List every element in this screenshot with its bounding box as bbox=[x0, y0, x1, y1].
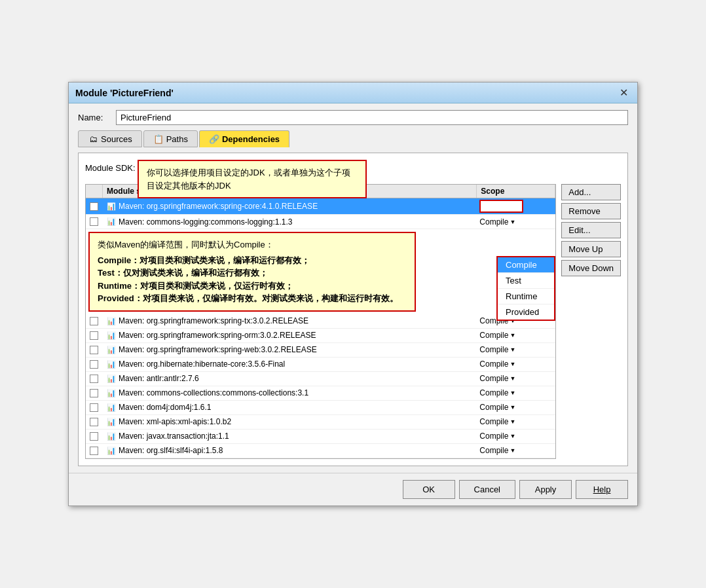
scope-value: Compile bbox=[479, 217, 508, 227]
checkbox-icon[interactable] bbox=[90, 403, 98, 412]
row-name: 📊Maven: org.slf4i:slf4i-api:1.5.8 bbox=[103, 445, 477, 456]
dep-name: Maven: org.springframework:spring-core:4… bbox=[119, 202, 318, 211]
checkbox-icon[interactable] bbox=[90, 217, 98, 226]
dep-name: Maven: xml-apis:xml-apis:1.0.b2 bbox=[119, 417, 231, 426]
checkbox-icon[interactable] bbox=[90, 418, 98, 426]
checkbox-icon[interactable] bbox=[90, 432, 98, 441]
scope-arrow-icon: ▼ bbox=[510, 404, 515, 411]
row-checkbox[interactable] bbox=[86, 201, 103, 212]
scope-cell: Compile▼ bbox=[477, 445, 555, 456]
scope-arrow-icon: ▼ bbox=[510, 447, 515, 454]
scope-tooltip-compile: Compile：对项目类和测试类来说，编译和运行都有效； bbox=[98, 254, 407, 267]
name-input[interactable] bbox=[116, 110, 628, 125]
dep-name: Maven: javax.transaction:jta:1.1 bbox=[119, 432, 229, 441]
table-row[interactable]: 📊Maven: org.slf4i:slf4i-api:1.5.8 Compil… bbox=[86, 444, 555, 458]
row-checkbox[interactable] bbox=[86, 316, 103, 327]
scope-arrow-icon: ▼ bbox=[510, 375, 515, 382]
row-checkbox[interactable] bbox=[86, 359, 103, 370]
row-name: 📊Maven: org.hibernate:hibernate-core:3.5… bbox=[103, 358, 477, 370]
apply-button[interactable]: Apply bbox=[519, 480, 572, 499]
jdk-tooltip: 你可以选择使用项目设定的JDK，或者单独为这个子项目设定其他版本的JDK bbox=[138, 160, 367, 198]
dep-name: Maven: commons-collections:commons-colle… bbox=[119, 388, 308, 397]
dep-name: Maven: org.springframework:spring-orm:3.… bbox=[119, 331, 316, 340]
scope-arrow-icon: ▼ bbox=[510, 433, 515, 439]
table-row[interactable]: 📊Maven: org.springframework:spring-orm:3… bbox=[86, 329, 555, 343]
dep-icon: 📊 bbox=[107, 389, 116, 397]
scope-cell: Compile▼ bbox=[477, 358, 555, 370]
table-row[interactable]: 📊Maven: org.springframework:spring-web:3… bbox=[86, 343, 555, 358]
edit-button[interactable]: Edit... bbox=[561, 222, 621, 238]
tab-sources-label: Sources bbox=[101, 134, 132, 144]
table-row[interactable]: 📊 Maven: org.springframework:spring-core… bbox=[86, 198, 555, 215]
close-button[interactable]: ✕ bbox=[617, 86, 631, 99]
help-button[interactable]: Help bbox=[576, 480, 628, 499]
tabs-row: 🗂 Sources 📋 Paths 🔗 Dependencies bbox=[78, 130, 628, 147]
table-row[interactable]: 📊Maven: javax.transaction:jta:1.1 Compil… bbox=[86, 430, 555, 444]
row-checkbox[interactable] bbox=[86, 445, 103, 456]
dep-name: Maven: dom4j:dom4j:1.6.1 bbox=[119, 403, 211, 412]
tab-paths-label: Paths bbox=[166, 134, 188, 144]
title-bar: Module 'PictureFriend' ✕ bbox=[69, 83, 637, 103]
scope-option-provided[interactable]: Provided bbox=[498, 304, 554, 320]
row-name: 📊Maven: xml-apis:xml-apis:1.0.b2 bbox=[103, 416, 477, 428]
dep-name: Maven: org.slf4i:slf4i-api:1.5.8 bbox=[119, 446, 223, 455]
tab-dependencies-label: Dependencies bbox=[222, 134, 280, 144]
checkbox-icon[interactable] bbox=[90, 331, 98, 340]
scope-option-runtime[interactable]: Runtime bbox=[498, 289, 554, 304]
dep-name: Maven: org.hibernate:hibernate-core:3.5.… bbox=[119, 359, 285, 369]
dep-name: Maven: antlr:antlr:2.7.6 bbox=[119, 374, 199, 383]
scope-option-compile[interactable]: Compile bbox=[498, 257, 554, 273]
row-name: 📊Maven: javax.transaction:jta:1.1 bbox=[103, 430, 477, 442]
table-row[interactable]: 📊 Maven: commons-logging:commons-logging… bbox=[86, 215, 555, 229]
content-area: Module SDK: 🖥 Project SDK (1.6) ▼ New Ed… bbox=[78, 153, 628, 466]
dep-icon: 📊 bbox=[107, 447, 116, 455]
name-label: Name: bbox=[78, 113, 111, 122]
sources-tab-icon: 🗂 bbox=[88, 134, 98, 144]
checkbox-icon[interactable] bbox=[90, 202, 98, 211]
dep-icon: 📊 bbox=[107, 317, 116, 325]
row-checkbox[interactable] bbox=[86, 344, 103, 356]
add-button[interactable]: Add... bbox=[561, 184, 621, 200]
header-scope: Scope bbox=[477, 185, 555, 198]
checkbox-icon[interactable] bbox=[90, 346, 98, 354]
row-checkbox[interactable] bbox=[86, 216, 103, 227]
table-row[interactable]: 📊Maven: commons-collections:commons-coll… bbox=[86, 386, 555, 401]
move-up-button[interactable]: Move Up bbox=[561, 241, 621, 257]
scope-value: Compile bbox=[483, 202, 512, 211]
cancel-button[interactable]: Cancel bbox=[459, 480, 515, 499]
help-label: Help bbox=[593, 485, 611, 494]
dep-icon: 📊 bbox=[107, 360, 116, 369]
scope-option-test[interactable]: Test bbox=[498, 273, 554, 289]
tab-sources[interactable]: 🗂 Sources bbox=[78, 130, 142, 147]
row-checkbox[interactable] bbox=[86, 373, 103, 384]
row-checkbox[interactable] bbox=[86, 402, 103, 413]
ok-button[interactable]: OK bbox=[403, 480, 455, 499]
scope-cell: Compile▼ bbox=[477, 373, 555, 384]
scope-arrow-icon: ▼ bbox=[510, 361, 515, 367]
table-row[interactable]: 📊Maven: org.hibernate:hibernate-core:3.5… bbox=[86, 358, 555, 372]
row-checkbox[interactable] bbox=[86, 431, 103, 442]
checkbox-icon[interactable] bbox=[90, 389, 98, 397]
scope-arrow-icon: ▼ bbox=[510, 346, 515, 353]
remove-button[interactable]: Remove bbox=[561, 203, 621, 219]
move-down-button[interactable]: Move Down bbox=[561, 260, 621, 276]
paths-tab-icon: 📋 bbox=[153, 134, 164, 144]
row-checkbox[interactable] bbox=[86, 416, 103, 428]
checkbox-icon[interactable] bbox=[90, 447, 98, 455]
dep-icon: 📊 bbox=[107, 217, 116, 226]
checkbox-icon[interactable] bbox=[90, 317, 98, 325]
table-row[interactable]: 📊Maven: org.springframework:spring-tx:3.… bbox=[86, 314, 555, 329]
scope-dropdown-row[interactable]: Compile ▼ bbox=[479, 200, 523, 213]
scope-arrow-icon: ▼ bbox=[510, 390, 515, 396]
table-row[interactable]: 📊Maven: antlr:antlr:2.7.6 Compile▼ bbox=[86, 372, 555, 386]
dep-name: Maven: org.springframework:spring-tx:3.0… bbox=[119, 316, 308, 325]
jdk-tooltip-text: 你可以选择使用项目设定的JDK，或者单独为这个子项目设定其他版本的JDK bbox=[147, 168, 350, 191]
row-checkbox[interactable] bbox=[86, 330, 103, 341]
checkbox-icon[interactable] bbox=[90, 360, 98, 369]
table-row[interactable]: 📊Maven: xml-apis:xml-apis:1.0.b2 Compile… bbox=[86, 415, 555, 430]
tab-dependencies[interactable]: 🔗 Dependencies bbox=[199, 130, 289, 147]
checkbox-icon[interactable] bbox=[90, 375, 98, 383]
row-checkbox[interactable] bbox=[86, 388, 103, 399]
tab-paths[interactable]: 📋 Paths bbox=[143, 130, 198, 147]
table-row[interactable]: 📊Maven: dom4j:dom4j:1.6.1 Compile▼ bbox=[86, 401, 555, 415]
